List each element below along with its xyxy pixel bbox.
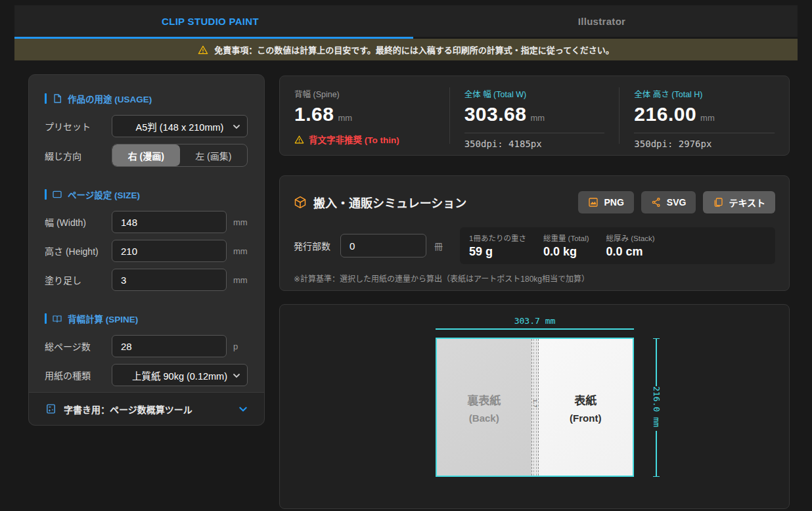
spine-section-title: 背幅計算 (SPINE): [45, 312, 248, 325]
chevron-down-icon: [233, 372, 240, 380]
total-width-stat: 全体 幅 (Total W) 303.68 mm 350dpi: 4185px: [449, 87, 620, 144]
spine-stat-label: 背幅 (Spine): [294, 87, 435, 100]
bleed-label: 塗り足し: [45, 273, 112, 286]
tab-illustrator[interactable]: Illustrator: [406, 5, 798, 37]
section-accent-bar: [45, 189, 47, 200]
preset-label: プリセット: [45, 120, 112, 133]
disclaimer-text: 免責事項：この数値は計算上の目安です。最終的には入稿する印刷所の計算式・指定に従…: [214, 43, 614, 56]
back-cover-sublabel: (Back): [437, 412, 531, 424]
total-width-unit: mm: [530, 113, 545, 123]
paper-type-select[interactable]: 上質紙 90kg (0.12mm): [112, 364, 248, 386]
total-pages-unit: p: [233, 342, 238, 351]
warning-triangle-icon: [198, 45, 208, 55]
text-button-label: テキスト: [729, 196, 765, 209]
height-unit: mm: [233, 246, 248, 256]
height-dimension-label: 216.0 mm: [652, 386, 662, 431]
open-book-icon: [52, 313, 62, 324]
width-input[interactable]: [112, 211, 227, 233]
export-svg-button[interactable]: SVG: [641, 191, 696, 213]
bleed-input[interactable]: [112, 269, 227, 291]
height-dimension-tick: [653, 476, 660, 477]
stack-thickness: 総厚み (Stack) 0.0 cm: [606, 233, 655, 259]
total-width-value: 303.68: [464, 103, 527, 125]
preset-select[interactable]: A5判 (148 x 210mm): [112, 115, 248, 137]
total-width-label: 全体 幅 (Total W): [464, 87, 605, 100]
export-png-button[interactable]: PNG: [578, 191, 633, 213]
weight-stats-box: 1冊あたりの重さ 59 g 総重量 (Total) 0.0 kg 総厚み (St…: [460, 227, 775, 264]
export-text-button[interactable]: テキスト: [703, 191, 775, 213]
width-unit: mm: [233, 217, 248, 227]
total-width-dpi: 350dpi: 4185px: [464, 139, 605, 149]
total-pages-label: 総ページ数: [45, 340, 112, 353]
calculator-icon: [45, 403, 56, 414]
app-tabbar: CLIP STUDIO PAINT Illustrator: [14, 5, 798, 37]
png-button-label: PNG: [604, 197, 623, 208]
divider: [464, 133, 605, 133]
size-section-label: ページ設定 (SIZE): [68, 188, 140, 201]
size-section-title: ページ設定 (SIZE): [45, 188, 248, 201]
divider: [634, 133, 775, 133]
binding-direction-segmented: 右 (漫画) 左 (画集): [112, 144, 248, 167]
spine-strip: 1.7: [531, 339, 539, 476]
svg-button-label: SVG: [667, 197, 687, 208]
back-cover: 裏表紙 (Back): [437, 339, 531, 476]
binding-right-button[interactable]: 右 (漫画): [112, 144, 180, 166]
width-label: 幅 (Width): [45, 215, 112, 229]
section-accent-bar: [45, 313, 47, 324]
stack-thickness-value: 0.0 cm: [606, 245, 655, 259]
warning-triangle-icon: [294, 135, 304, 144]
back-cover-label: 裏表紙: [437, 391, 531, 408]
total-height-unit: mm: [700, 113, 715, 123]
share-nodes-icon: [651, 197, 662, 208]
spine-section-label: 背幅計算 (SPINE): [68, 312, 138, 325]
bleed-unit: mm: [233, 275, 248, 285]
calculation-basis-note: ※計算基準：選択した用紙の連量から算出（表紙はアートポスト180kg相当で加算）: [294, 273, 775, 284]
chevron-down-icon: [233, 123, 240, 131]
total-pages-input[interactable]: [112, 335, 227, 357]
cover-spread-preview: 裏表紙 (Back) 1.7 表紙 (Front): [436, 338, 634, 477]
total-weight-label: 総重量 (Total): [543, 233, 589, 243]
cover-diagram-panel: 303.7 mm 裏表紙 (Back) 1.7 表紙 (Front) 216.0…: [279, 304, 790, 509]
package-icon: [294, 196, 307, 209]
height-label: 高さ (Height): [45, 244, 112, 257]
copy-icon: [713, 197, 723, 208]
disclaimer-banner: 免責事項：この数値は計算上の目安です。最終的には入稿する印刷所の計算式・指定に従…: [14, 39, 798, 60]
paper-type-label: 用紙の種類: [45, 368, 112, 382]
width-dimension-line: [436, 328, 634, 330]
tab-clip-studio-paint[interactable]: CLIP STUDIO PAINT: [14, 5, 406, 37]
per-book-weight-value: 59 g: [469, 245, 526, 259]
height-dimension-line: [656, 431, 657, 477]
page-rect-icon: [52, 189, 62, 200]
usage-section-label: 作品の用途 (USAGE): [68, 92, 152, 105]
preset-selected-value: A5判 (148 x 210mm): [136, 120, 224, 133]
total-height-dpi: 350dpi: 2976px: [634, 139, 775, 149]
spine-warning-text: 背文字非推奨 (To thin): [309, 133, 399, 146]
paper-type-selected-value: 上質紙 90kg (0.12mm): [132, 368, 227, 382]
total-height-label: 全体 高さ (Total H): [634, 87, 775, 100]
shipping-simulation-panel: 搬入・通販シミュレーション PNG SVG: [279, 175, 790, 291]
binding-direction-label: 綴じ方向: [45, 149, 112, 162]
simulation-title: 搬入・通販シミュレーション: [313, 194, 466, 211]
section-accent-bar: [45, 93, 47, 104]
usage-section-title: 作品の用途 (USAGE): [45, 92, 248, 105]
copies-label: 発行部数: [294, 239, 330, 252]
settings-sidebar: 作品の用途 (USAGE) プリセット A5判 (148 x 210mm) 綴じ…: [28, 74, 265, 426]
document-icon: [52, 93, 62, 104]
page-estimator-toggle[interactable]: 字書き用：ページ数概算ツール: [29, 392, 264, 425]
total-height-stat: 全体 高さ (Total H) 216.00 mm 350dpi: 2976px: [619, 87, 789, 144]
front-cover: 表紙 (Front): [539, 339, 633, 476]
per-book-weight-label: 1冊あたりの重さ: [469, 233, 526, 243]
total-height-value: 216.00: [634, 103, 696, 125]
copies-unit: 冊: [434, 240, 443, 252]
stack-thickness-label: 総厚み (Stack): [606, 233, 655, 243]
result-stats-panel: 背幅 (Spine) 1.68 mm 背文字非推奨 (To thin) 全体 幅…: [279, 76, 790, 156]
binding-left-button[interactable]: 左 (画集): [180, 144, 248, 166]
height-dimension-line: [656, 338, 657, 386]
page-estimator-label: 字書き用：ページ数概算ツール: [64, 403, 192, 416]
height-input[interactable]: [112, 240, 227, 262]
spine-stat-value: 1.68: [294, 103, 334, 125]
front-cover-label: 表紙: [539, 391, 633, 408]
spine-stat: 背幅 (Spine) 1.68 mm 背文字非推奨 (To thin): [280, 87, 449, 144]
copies-input[interactable]: [340, 234, 426, 257]
spine-dimension-label: 1.7: [532, 399, 537, 408]
